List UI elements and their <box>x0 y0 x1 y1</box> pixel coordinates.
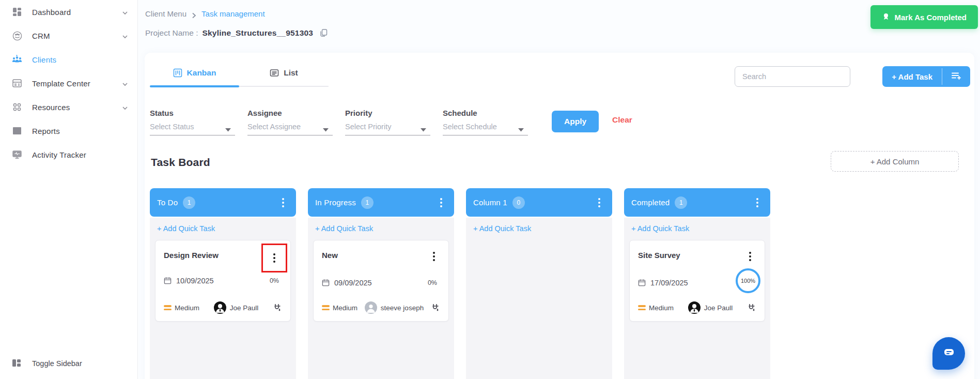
task-priority: Medium <box>638 304 674 312</box>
dashboard-icon <box>11 6 23 18</box>
search-input[interactable] <box>735 66 850 87</box>
task-card-new[interactable]: New 09/09/2025 0% <box>313 240 449 322</box>
dependency-icon[interactable] <box>431 303 440 312</box>
column-count-badge: 1 <box>183 196 195 209</box>
task-due-date: 09/09/2025 <box>322 279 372 287</box>
sidebar-item-label: Dashboard <box>32 8 71 17</box>
filter-schedule-select[interactable]: Select Schedule <box>443 122 528 135</box>
column-completed-body: + Add Quick Task Site Survey 17/09/2025 <box>624 218 770 379</box>
activity-tracker-icon <box>11 149 23 160</box>
add-quick-task-button[interactable]: + Add Quick Task <box>466 218 612 237</box>
add-quick-task-button[interactable]: + Add Quick Task <box>624 218 770 237</box>
award-icon <box>882 12 890 22</box>
kanban-icon <box>173 68 182 78</box>
column-completed-header: Completed 1 <box>624 188 770 217</box>
task-title: Site Survey <box>638 249 680 260</box>
tab-track <box>150 86 329 87</box>
task-assignee-name: Joe Paull <box>704 304 733 312</box>
project-name-value: Skyline_Structures__951303 <box>203 28 314 38</box>
tab-active-indicator <box>150 85 239 87</box>
mark-as-completed-label: Mark As Completed <box>895 13 967 22</box>
main-content: Client Menu Task management Mark As Comp… <box>138 0 980 379</box>
task-menu-icon[interactable] <box>268 250 281 266</box>
task-progress: 0% <box>428 279 437 286</box>
sidebar-item-dashboard[interactable]: Dashboard <box>0 0 137 24</box>
task-progress-ring: 100% <box>736 268 760 293</box>
task-card-design-review[interactable]: Design Review 10/09/2025 0% <box>155 240 291 322</box>
clear-link[interactable]: Clear <box>612 115 632 125</box>
sidebar-item-activity-tracker[interactable]: Activity Tracker <box>0 143 137 166</box>
chevron-down-icon <box>122 104 128 110</box>
task-menu-icon[interactable] <box>744 249 756 264</box>
sidebar-item-label: Reports <box>32 127 60 135</box>
breadcrumb-client-menu[interactable]: Client Menu <box>145 9 186 18</box>
filter-status: Status Select Status <box>150 109 235 135</box>
task-assignee: Joe Paull <box>214 301 259 314</box>
toggle-sidebar-button[interactable]: Toggle Sidebar <box>0 352 137 375</box>
add-column-button[interactable]: + Add Column <box>831 151 959 172</box>
task-priority: Medium <box>322 304 357 312</box>
breadcrumb-task-management[interactable]: Task management <box>201 9 265 18</box>
column-1: Column 1 0 + Add Quick Task <box>466 188 612 379</box>
filter-status-select[interactable]: Select Status <box>150 122 235 135</box>
dependency-icon[interactable] <box>747 303 756 312</box>
breadcrumb: Client Menu Task management <box>145 9 265 18</box>
calendar-icon <box>164 277 172 285</box>
copy-icon[interactable] <box>319 28 329 38</box>
dependency-icon[interactable] <box>273 303 282 312</box>
tab-list[interactable]: List <box>239 64 329 86</box>
sidebar-item-clients[interactable]: Clients <box>0 48 137 71</box>
column-menu-icon[interactable] <box>752 198 763 207</box>
column-menu-icon[interactable] <box>435 198 447 207</box>
view-tabs: Kanban List <box>150 64 329 87</box>
priority-medium-icon <box>638 305 646 310</box>
filter-priority-label: Priority <box>345 109 430 117</box>
toggle-sidebar-icon <box>11 358 23 369</box>
task-priority: Medium <box>164 304 199 312</box>
add-quick-task-button[interactable]: + Add Quick Task <box>308 218 454 237</box>
tab-kanban-label: Kanban <box>187 68 216 78</box>
mark-as-completed-button[interactable]: Mark As Completed <box>870 5 978 29</box>
sidebar: Dashboard CRM Clients Template Center <box>0 0 138 379</box>
tab-kanban[interactable]: Kanban <box>150 64 239 86</box>
chevron-down-icon <box>122 33 128 39</box>
task-management-page: Dashboard CRM Clients Template Center <box>0 0 980 379</box>
task-assignee: steeve joseph <box>365 301 424 314</box>
column-1-body: + Add Quick Task <box>466 218 612 379</box>
apply-button[interactable]: Apply <box>552 111 599 132</box>
task-card-site-survey[interactable]: Site Survey 17/09/2025 100% <box>629 240 765 322</box>
add-task-button[interactable]: + Add Task <box>882 66 942 87</box>
filter-priority-select[interactable]: Select Priority <box>345 122 430 135</box>
task-priority-label: Medium <box>649 304 674 312</box>
caret-down-icon <box>518 125 524 129</box>
playlist-add-icon <box>951 71 962 82</box>
column-count-badge: 1 <box>361 196 374 209</box>
task-assignee: Joe Paull <box>688 301 733 314</box>
crm-icon <box>11 30 23 41</box>
sidebar-item-crm[interactable]: CRM <box>0 24 137 48</box>
add-task-label: + Add Task <box>892 72 932 81</box>
filter-assignee-label: Assignee <box>247 109 333 117</box>
column-1-header: Column 1 0 <box>466 188 612 217</box>
task-menu-icon[interactable] <box>428 249 440 264</box>
add-task-list-button[interactable] <box>942 66 970 87</box>
sidebar-item-template-center[interactable]: Template Center <box>0 71 137 95</box>
list-icon <box>270 68 279 78</box>
add-quick-task-button[interactable]: + Add Quick Task <box>150 218 296 237</box>
task-panel: Kanban List + Add Task <box>145 53 974 379</box>
filter-assignee-select[interactable]: Select Assignee <box>247 122 333 135</box>
column-menu-icon[interactable] <box>594 198 605 207</box>
sidebar-item-resources[interactable]: Resources <box>0 95 137 119</box>
column-todo-header: To Do 1 <box>150 188 296 217</box>
filter-status-label: Status <box>150 109 235 117</box>
sidebar-item-label: Clients <box>32 55 56 64</box>
column-menu-icon[interactable] <box>277 198 289 207</box>
task-assignee-name: Joe Paull <box>230 304 259 312</box>
sidebar-item-reports[interactable]: Reports <box>0 119 137 143</box>
column-name: To Do <box>157 198 178 207</box>
chat-icon <box>942 345 956 362</box>
task-priority-label: Medium <box>333 304 357 312</box>
calendar-icon <box>638 279 646 287</box>
chat-widget-button[interactable] <box>932 337 965 370</box>
task-assignee-name: steeve joseph <box>381 304 424 312</box>
